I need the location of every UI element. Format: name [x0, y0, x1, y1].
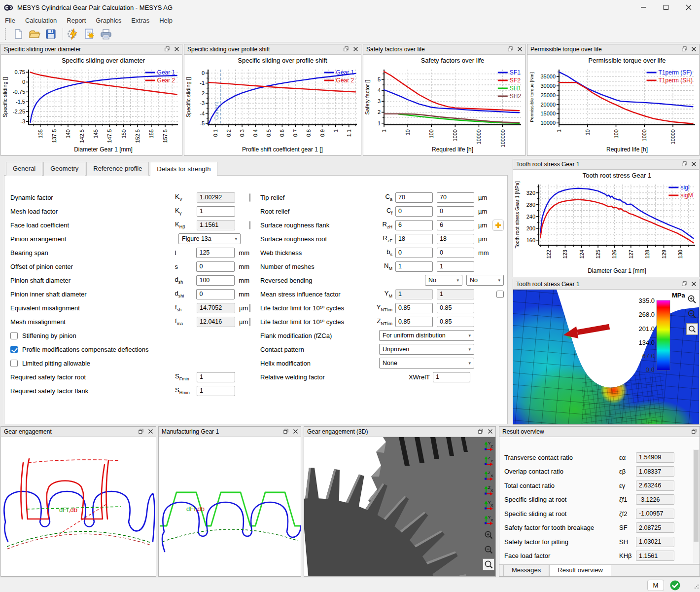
input-surface-roughness-root-gear1[interactable]: 18 [395, 234, 433, 244]
close-panel-button[interactable] [488, 428, 492, 435]
print-button[interactable] [99, 27, 113, 41]
report-button[interactable] [82, 27, 97, 41]
tab-general[interactable]: General [6, 162, 42, 176]
toolbar-grip[interactable] [5, 28, 8, 40]
input-life-factor-limit-for-10-cycles-gear1[interactable]: 0.85 [395, 317, 433, 327]
input-pinion-shaft-diameter[interactable]: 100 [196, 275, 235, 286]
zoom-in-button[interactable] [686, 294, 698, 305]
calculate-button[interactable] [66, 27, 81, 41]
float-panel-button[interactable] [478, 428, 483, 435]
save-button[interactable] [43, 27, 58, 41]
close-panel-button[interactable] [692, 46, 696, 53]
tab-result-overview[interactable]: Result overview [549, 565, 611, 576]
float-panel-button[interactable] [165, 46, 170, 53]
tab-reference-profile[interactable]: Reference profile [86, 162, 149, 176]
zoom-fit-button[interactable] [483, 558, 494, 570]
input-dynamic-factor[interactable]: 1.00292 [197, 192, 235, 203]
zoom-out-button[interactable] [483, 544, 494, 555]
input-equivalent-misalignment[interactable]: 14.7052 [197, 303, 235, 313]
axis-view-yx-button[interactable]: YX [483, 514, 494, 526]
select-reversed-bending-gear2[interactable]: No▾ [466, 275, 504, 286]
input-root-relief-gear2[interactable]: 0 [437, 206, 474, 217]
axis-view-zx-button[interactable]: ZX [483, 470, 494, 481]
input-surface-roughness-root-gear2[interactable]: 18 [437, 234, 474, 244]
float-panel-button[interactable] [508, 46, 513, 53]
manufacturing-view[interactable]: dFf,db [159, 437, 301, 576]
open-file-button[interactable] [27, 27, 42, 41]
checkbox-surface-roughness-flank[interactable] [249, 221, 250, 229]
input-tip-relief-gear2[interactable]: 70 [437, 192, 474, 203]
minimize-button[interactable] [632, 0, 655, 15]
maximize-button[interactable] [655, 0, 677, 15]
input-surface-roughness-flank-gear2[interactable]: 6 [437, 220, 474, 230]
input-life-factor-limit-for-10-cycles-gear2[interactable]: 0.85 [437, 317, 474, 327]
zoom-in-button[interactable] [483, 529, 494, 541]
axis-view-yx-button[interactable]: YX [483, 499, 494, 511]
close-panel-button[interactable] [692, 281, 696, 288]
input-life-factor-limit-for-10-cycles-gear1[interactable]: 0.85 [395, 303, 433, 313]
input-web-thickness-gear2[interactable]: 0 [437, 248, 474, 258]
add-button[interactable] [492, 220, 504, 231]
input-number-of-meshes-gear1[interactable]: 1 [395, 261, 433, 272]
zoom-out-button[interactable] [686, 308, 698, 320]
scrollbar-thumb[interactable] [694, 450, 699, 542]
tab-geometry[interactable]: Geometry [43, 162, 85, 176]
zoom-fit-button[interactable] [686, 323, 698, 335]
close-panel-button[interactable] [148, 428, 153, 435]
tab-details-for-strength[interactable]: Details for strength [150, 162, 217, 176]
select-helix-modification[interactable]: None▾ [379, 358, 474, 369]
close-panel-button[interactable] [353, 46, 358, 53]
select-pinion-arrangement[interactable]: Figure 13a▾ [178, 233, 241, 244]
select-flank-modification-fzca[interactable]: For uniform distribution▾ [379, 330, 474, 341]
float-panel-button[interactable] [344, 46, 349, 53]
checkbox-tip-relief[interactable] [249, 193, 250, 202]
mode-button[interactable]: M [647, 580, 664, 591]
gear-3d-view[interactable]: YZZYZXZXYXYX [304, 437, 495, 576]
input-bearing-span[interactable]: 125 [196, 248, 235, 258]
input-pinion-inner-shaft-diameter[interactable]: 0 [196, 289, 235, 299]
tab-messages[interactable]: Messages [503, 565, 549, 576]
input-mesh-load-factor[interactable]: 1 [197, 206, 235, 217]
checkbox-mean-stress-influence-factor-override[interactable] [496, 291, 504, 298]
select-reversed-bending-gear1[interactable]: No▾ [425, 275, 462, 286]
axis-view-yz-button[interactable]: YZ [483, 440, 494, 452]
menu-item-extras[interactable]: Extras [126, 16, 154, 25]
close-panel-button[interactable] [293, 428, 298, 435]
menu-item-help[interactable]: Help [154, 16, 177, 25]
float-panel-button[interactable] [682, 281, 687, 288]
axis-view-zx-button[interactable]: ZX [483, 484, 494, 496]
menu-item-report[interactable]: Report [62, 16, 91, 25]
scrollbar[interactable] [693, 449, 699, 563]
input-root-relief-gear1[interactable]: 0 [395, 206, 433, 217]
select-contact-pattern[interactable]: Unproven▾ [379, 344, 474, 355]
input-relative-welding-factor[interactable]: 1 [433, 372, 470, 382]
input-mean-stress-influence-factor-gear2[interactable]: 1 [437, 289, 474, 299]
input-life-factor-limit-for-10-cycles-gear2[interactable]: 0.85 [437, 303, 474, 313]
input-tip-relief-gear1[interactable]: 70 [395, 192, 433, 203]
float-panel-button[interactable] [682, 161, 687, 168]
input-offset-of-pinion-center[interactable]: 0 [196, 261, 235, 272]
close-panel-button[interactable] [175, 46, 179, 53]
new-document-button[interactable] [11, 27, 26, 41]
close-panel-button[interactable] [692, 161, 696, 168]
input-number-of-meshes-gear2[interactable]: 1 [437, 261, 474, 272]
gear-engagement-view[interactable]: dFf,db [1, 437, 156, 576]
menu-item-file[interactable]: File [0, 16, 20, 25]
checkbox-profile-modifications-compensate-deflections[interactable] [10, 346, 18, 353]
input-mesh-misalignment[interactable]: 12.0416 [197, 317, 235, 327]
float-panel-button[interactable] [692, 428, 697, 435]
checkbox-life-factor-limit-for-10-cycles[interactable] [249, 318, 250, 326]
close-panel-button[interactable] [518, 46, 522, 53]
checkbox-life-factor-limit-for-10-cycles[interactable] [249, 304, 250, 312]
input-required-safety-factor-root[interactable]: 1 [197, 372, 235, 382]
input-mean-stress-influence-factor-gear1[interactable]: 1 [395, 289, 433, 299]
checkbox-stiffening-by-pinion[interactable] [10, 332, 18, 339]
menu-item-graphics[interactable]: Graphics [91, 16, 126, 25]
input-web-thickness-gear1[interactable]: 0 [395, 248, 433, 258]
float-panel-button[interactable] [283, 428, 288, 435]
float-panel-button[interactable] [682, 46, 687, 53]
resize-grip[interactable] [694, 582, 699, 591]
checkbox-limited-pitting-allowable[interactable] [10, 360, 18, 367]
axis-view-zy-button[interactable]: ZY [483, 455, 494, 467]
float-panel-button[interactable] [139, 428, 143, 435]
